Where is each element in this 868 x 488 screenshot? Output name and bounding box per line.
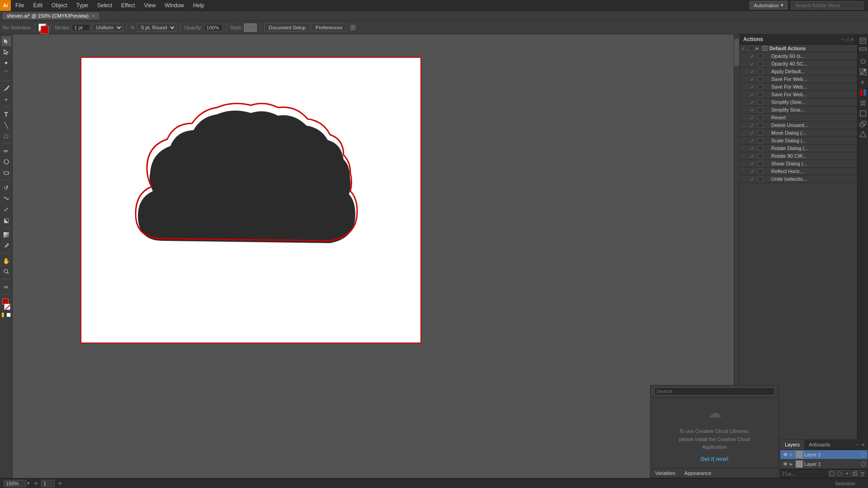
menu-view[interactable]: View — [140, 0, 160, 10]
close-icon[interactable]: ✕ — [91, 14, 95, 19]
layer-visibility-icon[interactable]: 👁 — [782, 461, 788, 467]
panel-maximize-icon[interactable]: □ — [846, 37, 849, 42]
document-setup-button[interactable]: Document Setup — [264, 23, 310, 32]
scrollbar-thumb-v[interactable] — [734, 39, 739, 66]
get-it-now-link[interactable]: Get it now! — [655, 455, 774, 464]
action-item[interactable]: ✓ Simplify Strai... — [740, 106, 857, 114]
search-input[interactable] — [791, 1, 863, 9]
paintbrush-tool-btn[interactable]: ✏ — [1, 146, 11, 156]
color-mode-btn[interactable] — [1, 313, 6, 317]
hand-tool-btn[interactable]: ✋ — [1, 256, 11, 266]
text-tool-btn[interactable]: T — [1, 109, 11, 119]
brushes-sidebar-btn[interactable] — [859, 47, 868, 56]
rotate-tool-btn[interactable]: ↺ — [1, 183, 11, 192]
style-swatch[interactable] — [244, 23, 257, 32]
action-item[interactable]: ✓ Save For Web... — [740, 75, 857, 83]
symbols-sidebar-btn[interactable]: * — [859, 57, 868, 66]
preferences-button[interactable]: Preferences — [311, 23, 346, 32]
action-item[interactable]: ✓ Rotate Dialog (... — [740, 145, 857, 152]
action-item[interactable]: ✓ Simplify (Sele... — [740, 99, 857, 106]
layers-panel-minimize[interactable]: ─ — [854, 442, 859, 447]
transform-btn[interactable] — [859, 109, 868, 118]
blend-tool-btn[interactable]: ∞ — [1, 282, 11, 291]
blob-brush-tool-btn[interactable] — [1, 157, 11, 167]
layer-expand-icon[interactable]: ▶ — [790, 462, 794, 466]
new-layer-btn[interactable] — [852, 470, 858, 477]
panel-menu-icon[interactable]: ≡ — [851, 37, 854, 42]
make-clip-mask-btn[interactable] — [836, 470, 843, 477]
rectangle-tool-btn[interactable]: □ — [1, 131, 11, 141]
page-input[interactable] — [41, 480, 55, 487]
action-item[interactable]: ✓ Unite (selectio... — [740, 175, 857, 183]
swatches-btn[interactable] — [859, 88, 868, 97]
menu-object[interactable]: Object — [47, 0, 72, 10]
pen-tool-btn[interactable] — [1, 84, 11, 94]
scale-tool-btn[interactable]: ⤢ — [1, 204, 11, 214]
menu-help[interactable]: Help — [189, 0, 209, 10]
action-item[interactable]: ✓ Move Dialog (... — [740, 129, 857, 137]
libraries-search-input[interactable] — [654, 387, 775, 395]
artboard[interactable] — [81, 58, 420, 343]
menu-window[interactable]: Window — [160, 0, 189, 10]
layer-row-1[interactable]: 👁 ▶ Layer 1 — [780, 460, 868, 469]
menu-effect[interactable]: Effect — [117, 0, 139, 10]
action-item[interactable]: ✓ Rotate 90 CW... — [740, 152, 857, 160]
line-tool-btn[interactable]: ╲ — [1, 120, 11, 130]
action-item[interactable]: ✓ Save For Web... — [740, 83, 857, 91]
layer-target-icon[interactable] — [861, 462, 866, 466]
layer-target-icon[interactable] — [861, 452, 866, 457]
stroke-width-input[interactable] — [72, 24, 90, 31]
color-guide-btn[interactable] — [859, 130, 868, 139]
free-distort-tool-btn[interactable]: ⬕ — [1, 215, 11, 225]
tab-layers[interactable]: Layers — [780, 440, 804, 450]
action-item[interactable]: ✓ ▶ Default Actions — [740, 45, 857, 52]
gradient-tool-btn[interactable] — [1, 230, 11, 240]
canvas-area[interactable] — [13, 34, 739, 487]
new-layer-from-selection-btn[interactable] — [829, 470, 835, 477]
menu-file[interactable]: File — [11, 0, 28, 10]
align-btn[interactable] — [859, 99, 868, 108]
warp-tool-btn[interactable] — [1, 193, 11, 203]
zoom-dropdown-icon[interactable]: ▾ — [27, 480, 30, 486]
color-stroke-btn[interactable] — [4, 304, 10, 310]
pathfinder-btn[interactable] — [859, 119, 868, 128]
automation-button[interactable]: Automation ▾ — [750, 1, 788, 9]
tab-artboards[interactable]: Artboards — [804, 440, 835, 450]
selection-tool-btn[interactable] — [1, 36, 11, 46]
eraser-tool-btn[interactable] — [1, 168, 11, 178]
none-fill-btn[interactable] — [6, 313, 11, 317]
layers-panel-close[interactable]: ✕ — [860, 442, 866, 447]
layer-row-2[interactable]: 👁 ▶ Layer 2 — [780, 450, 868, 460]
layer-expand-icon[interactable]: ▶ — [790, 452, 794, 457]
action-item[interactable]: ✓ Scale Dialog (... — [740, 137, 857, 145]
graphic-styles-btn[interactable] — [859, 67, 868, 76]
stroke-type-select[interactable]: Uniform — [92, 23, 123, 32]
menu-type[interactable]: Type — [72, 0, 93, 10]
direct-selection-tool-btn[interactable] — [1, 47, 11, 57]
lasso-tool-btn[interactable]: ⌒ — [1, 69, 11, 79]
tab-variables[interactable]: Variables — [651, 469, 680, 478]
action-item[interactable]: ✓ Apply Default... — [740, 68, 857, 75]
expand-icon[interactable]: ▶ — [756, 46, 760, 51]
create-new-sublayer-btn[interactable] — [844, 470, 850, 477]
magic-wand-tool-btn[interactable]: ✦ — [1, 58, 11, 68]
arrange-icon[interactable]: ⊞ — [350, 23, 356, 32]
stroke-cap-select[interactable]: 5 pt. Round — [137, 23, 176, 32]
zoom-input[interactable] — [4, 480, 26, 487]
layer-visibility-icon[interactable]: 👁 — [782, 452, 788, 457]
action-item[interactable]: ✓ Save For Web... — [740, 91, 857, 99]
file-tab[interactable]: sheven.ai* @ 150% (CMYK/Preview) ✕ — [2, 12, 100, 19]
panel-minimize-icon[interactable]: ─ — [841, 37, 844, 42]
tab-appearance[interactable]: Appearance — [680, 469, 716, 478]
action-item[interactable]: ✓ Delete Unused... — [740, 122, 857, 129]
action-item[interactable]: ✓ Shear Dialog (... — [740, 160, 857, 168]
action-item[interactable]: ✓ Opacity 60 (s... — [740, 52, 857, 60]
eyedropper-tool-btn[interactable] — [1, 241, 11, 251]
add-anchor-tool-btn[interactable]: + — [1, 94, 11, 104]
action-item[interactable]: ✓ Revert — [740, 114, 857, 122]
actions-sidebar-btn[interactable] — [859, 36, 868, 45]
action-item[interactable]: ✓ Opacity 40 SC... — [740, 60, 857, 68]
opacity-input[interactable] — [204, 24, 222, 31]
zoom-tool-btn[interactable] — [1, 267, 11, 277]
character-styles-btn[interactable]: A — [859, 78, 868, 87]
